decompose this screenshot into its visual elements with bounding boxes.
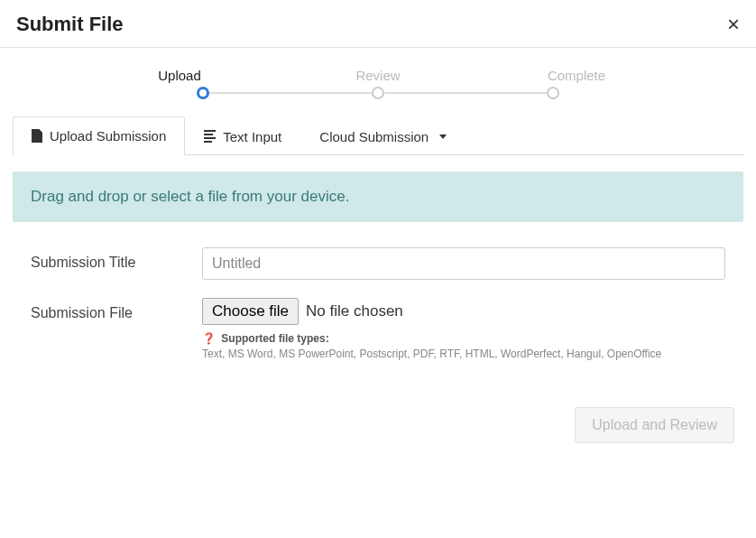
label-submission-file: Submission File bbox=[31, 298, 202, 321]
chevron-down-icon bbox=[439, 134, 447, 139]
tabs: Upload Submission Text Input Cloud Submi… bbox=[13, 116, 743, 155]
modal-title: Submit File bbox=[16, 13, 124, 36]
stepper-track bbox=[0, 87, 756, 116]
choose-file-button[interactable]: Choose file bbox=[202, 298, 299, 325]
upload-and-review-button[interactable]: Upload and Review bbox=[575, 407, 734, 443]
row-submission-file: Submission File Choose file No file chos… bbox=[0, 289, 756, 371]
supported-info: ❓ Supported file types: Text, MS Word, M… bbox=[202, 332, 725, 362]
step-label-review: Review bbox=[342, 68, 414, 83]
supported-types: Text, MS Word, MS PowerPoint, Postscript… bbox=[202, 347, 707, 362]
step-label-upload: Upload bbox=[143, 68, 216, 83]
tab-label: Upload Submission bbox=[50, 128, 166, 144]
row-submission-title: Submission Title bbox=[0, 238, 756, 289]
modal-header: Submit File × bbox=[0, 0, 756, 48]
step-circle-complete bbox=[547, 87, 559, 99]
step-circle-review bbox=[372, 87, 384, 99]
file-icon bbox=[32, 129, 42, 143]
info-icon: ❓ bbox=[202, 332, 216, 345]
submission-title-input[interactable] bbox=[202, 247, 725, 280]
close-icon[interactable]: × bbox=[727, 14, 740, 35]
stepper-labels: Upload Review Complete bbox=[0, 48, 756, 87]
tab-cloud-submission[interactable]: Cloud Submission bbox=[300, 116, 466, 155]
step-line-2 bbox=[384, 92, 547, 94]
tab-label: Text Input bbox=[223, 129, 281, 144]
no-file-text: No file chosen bbox=[306, 302, 403, 320]
label-submission-title: Submission Title bbox=[31, 247, 202, 271]
tab-label: Cloud Submission bbox=[319, 129, 429, 144]
footer: Upload and Review bbox=[0, 371, 756, 452]
tab-text-input[interactable]: Text Input bbox=[185, 116, 300, 155]
step-circle-upload bbox=[197, 87, 209, 99]
text-lines-icon bbox=[204, 130, 216, 143]
tab-upload-submission[interactable]: Upload Submission bbox=[13, 116, 185, 155]
supported-title: Supported file types: bbox=[221, 332, 328, 345]
info-banner[interactable]: Drag and drop or select a file from your… bbox=[13, 172, 743, 222]
step-line-1 bbox=[209, 92, 372, 94]
step-label-complete: Complete bbox=[540, 68, 613, 83]
